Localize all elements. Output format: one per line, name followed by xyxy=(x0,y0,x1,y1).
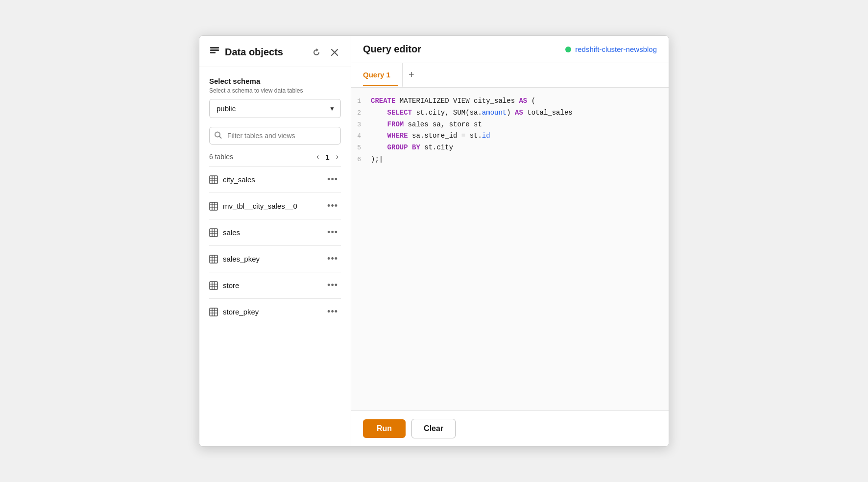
add-tab-button[interactable]: + xyxy=(402,63,420,87)
token-plain xyxy=(371,132,387,140)
table-name: sales_pkey xyxy=(223,255,260,263)
svg-rect-27 xyxy=(210,282,217,289)
table-item-left: mv_tbl__city_sales__0 xyxy=(209,202,297,211)
next-page-button[interactable]: › xyxy=(334,151,341,162)
code-line: 2 SELECT st.city, SUM(sa.amount) AS tota… xyxy=(351,107,669,119)
code-line: 1CREATE MATERIALIZED VIEW city_sales AS … xyxy=(351,96,669,107)
table-item-left: store_pkey xyxy=(209,308,259,316)
tables-count: 6 tables xyxy=(209,153,233,161)
svg-rect-12 xyxy=(210,202,217,210)
token-plain: ) xyxy=(506,109,515,117)
token-plain: ( xyxy=(527,97,535,105)
table-name: mv_tbl__city_sales__0 xyxy=(223,202,297,210)
token-plain xyxy=(371,120,387,128)
token-kw-as: AS xyxy=(515,109,523,117)
code-lines: 1CREATE MATERIALIZED VIEW city_sales AS … xyxy=(351,96,669,166)
sidebar-actions xyxy=(310,47,341,58)
sidebar: Data objects Select schema Select a s xyxy=(199,36,351,446)
table-item[interactable]: mv_tbl__city_sales__0 ••• xyxy=(209,193,341,219)
prev-page-button[interactable]: ‹ xyxy=(314,151,321,162)
table-more-button[interactable]: ••• xyxy=(324,226,341,239)
table-item[interactable]: store_pkey ••• xyxy=(209,298,341,325)
schema-select[interactable]: public xyxy=(209,99,341,118)
table-more-button[interactable]: ••• xyxy=(324,173,341,186)
table-list: city_sales ••• mv_tbl__city_sales__0 ••• xyxy=(209,166,341,325)
tables-nav: 6 tables ‹ 1 › xyxy=(209,151,341,162)
token-plain xyxy=(371,144,387,151)
code-line: 4 WHERE sa.store_id = st.id xyxy=(351,130,669,142)
pagination: ‹ 1 › xyxy=(314,151,341,162)
table-item-left: sales_pkey xyxy=(209,255,260,264)
table-more-button[interactable]: ••• xyxy=(324,306,341,318)
close-button[interactable] xyxy=(328,47,341,58)
refresh-button[interactable] xyxy=(310,47,323,58)
sidebar-title: Data objects xyxy=(225,47,283,58)
tab-query1[interactable]: Query 1 xyxy=(363,65,398,86)
token-kw-where: WHERE xyxy=(387,132,408,140)
main-title: Query editor xyxy=(363,44,421,63)
line-number: 6 xyxy=(351,154,371,165)
line-content: GROUP BY st.city xyxy=(371,142,663,154)
line-content: FROM sales sa, store st xyxy=(371,119,663,131)
schema-select-wrapper: public ▼ xyxy=(209,99,341,118)
table-more-button[interactable]: ••• xyxy=(324,253,341,265)
table-icon xyxy=(209,228,218,237)
add-tab-icon: + xyxy=(409,69,414,80)
table-name: sales xyxy=(223,228,240,237)
svg-rect-17 xyxy=(210,229,217,237)
page-number: 1 xyxy=(325,153,329,161)
sidebar-body: Select schema Select a schema to view da… xyxy=(199,67,351,446)
table-item[interactable]: city_sales ••• xyxy=(209,166,341,193)
token-plain: MATERIALIZED VIEW city_sales xyxy=(395,97,519,105)
code-line: 5 GROUP BY st.city xyxy=(351,142,669,154)
cluster-status: redshift-cluster-newsblog xyxy=(565,45,657,61)
code-line: 3 FROM sales sa, store st xyxy=(351,119,669,131)
svg-rect-2 xyxy=(210,52,216,53)
token-plain: st.city xyxy=(420,144,453,151)
line-content: CREATE MATERIALIZED VIEW city_sales AS ( xyxy=(371,96,663,107)
table-more-button[interactable]: ••• xyxy=(324,200,341,212)
main-panel: Query editor redshift-cluster-newsblog Q… xyxy=(351,36,669,446)
table-item[interactable]: sales ••• xyxy=(209,219,341,245)
text-cursor xyxy=(379,155,383,163)
bottom-bar: Run Clear xyxy=(351,410,669,446)
data-objects-icon xyxy=(209,46,220,59)
editor-area[interactable]: 1CREATE MATERIALIZED VIEW city_sales AS … xyxy=(351,88,669,410)
svg-rect-1 xyxy=(210,49,219,51)
token-ref: id xyxy=(482,132,490,140)
table-item[interactable]: sales_pkey ••• xyxy=(209,245,341,272)
status-dot-icon xyxy=(565,47,571,52)
token-plain xyxy=(408,144,412,151)
filter-input-wrapper xyxy=(209,127,341,145)
line-content: SELECT st.city, SUM(sa.amount) AS total_… xyxy=(371,107,663,119)
token-kw-by: BY xyxy=(412,144,420,151)
sidebar-title-group: Data objects xyxy=(209,46,283,59)
token-plain: total_sales xyxy=(523,109,573,117)
line-number: 2 xyxy=(351,107,371,119)
token-plain: ); xyxy=(371,155,379,163)
table-item-left: sales xyxy=(209,228,240,237)
table-icon xyxy=(209,202,218,211)
filter-input[interactable] xyxy=(209,127,341,145)
schema-sublabel: Select a schema to view data tables xyxy=(209,87,341,94)
token-ref: amount xyxy=(482,109,506,117)
token-plain xyxy=(371,109,387,117)
sidebar-header: Data objects xyxy=(199,36,351,67)
token-kw-select: SELECT xyxy=(387,109,412,117)
line-number: 4 xyxy=(351,130,371,142)
token-plain: st.city, SUM(sa. xyxy=(412,109,482,117)
token-kw-create: CREATE xyxy=(371,97,395,105)
code-line: 6); xyxy=(351,154,669,166)
run-button[interactable]: Run xyxy=(363,419,406,438)
clear-button[interactable]: Clear xyxy=(411,419,456,438)
svg-line-6 xyxy=(219,137,221,139)
line-content: WHERE sa.store_id = st.id xyxy=(371,130,663,142)
svg-rect-22 xyxy=(210,255,217,263)
schema-label: Select schema xyxy=(209,77,341,85)
cluster-name[interactable]: redshift-cluster-newsblog xyxy=(575,45,657,53)
table-name: city_sales xyxy=(223,175,255,184)
table-more-button[interactable]: ••• xyxy=(324,279,341,291)
table-item[interactable]: store ••• xyxy=(209,272,341,298)
table-icon xyxy=(209,308,218,316)
table-icon xyxy=(209,281,218,290)
